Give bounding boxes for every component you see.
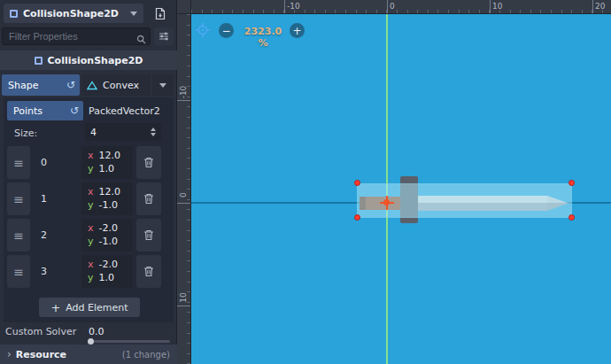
custom-solver-value[interactable]: 0.0 <box>89 326 104 337</box>
delete-element-button[interactable] <box>136 146 161 179</box>
viewport-canvas[interactable]: -1001020 -10010 − 2323.0 % + <box>177 0 611 364</box>
shape-property-label: Shape <box>8 80 38 91</box>
array-size-label: Size: <box>14 124 37 142</box>
trash-icon <box>143 229 154 241</box>
crosshair-icon <box>195 22 211 38</box>
zoom-in-button[interactable]: + <box>290 23 305 38</box>
drag-handle[interactable]: ≡ <box>7 182 30 215</box>
filter-options-button[interactable] <box>154 27 174 45</box>
trash-icon <box>143 193 154 205</box>
x-axis-label: x <box>88 149 94 162</box>
array-element-row: ≡ 2 x-2.0 y-1.0 <box>7 219 170 252</box>
chevron-down-icon <box>130 12 137 16</box>
trash-icon <box>143 157 154 168</box>
drag-icon: ≡ <box>13 156 24 170</box>
chevron-down-icon <box>159 83 166 88</box>
drag-icon: ≡ <box>13 192 24 206</box>
x-value: -2.0 <box>99 258 118 271</box>
points-property-label: Points <box>13 105 43 117</box>
category-title: CollisionShape2D <box>48 55 143 66</box>
element-index: 1 <box>41 182 47 215</box>
delete-element-button[interactable] <box>136 255 161 288</box>
points-property-label-cell: Points ↺ <box>7 101 83 120</box>
vertex-handle[interactable] <box>568 214 575 221</box>
ruler-label: 10 <box>179 287 188 308</box>
node-selector-label: CollisionShape2D <box>23 8 125 19</box>
shape-dropdown-button[interactable] <box>152 74 174 96</box>
delete-element-button[interactable] <box>136 182 161 215</box>
revert-icon[interactable]: ↺ <box>66 80 75 90</box>
resource-options-button[interactable] <box>147 4 174 23</box>
plus-icon: + <box>292 26 301 36</box>
ruler-label: -10 <box>287 2 300 11</box>
vector2-field[interactable]: x12.0 y1.0 <box>81 146 133 179</box>
ruler-corner <box>177 0 191 14</box>
x-value: -2.0 <box>99 221 118 235</box>
y-value: -1.0 <box>99 198 118 212</box>
drag-handle[interactable]: ≡ <box>7 219 30 252</box>
h-ruler[interactable]: -1001020 <box>191 0 611 14</box>
trash-icon <box>143 266 154 277</box>
add-element-label: Add Element <box>66 302 128 314</box>
vector2-field[interactable]: x-2.0 y-1.0 <box>81 219 133 252</box>
minus-icon: − <box>221 26 230 36</box>
stepper-down-icon <box>151 133 156 136</box>
category-header: CollisionShape2D <box>0 50 177 70</box>
ruler-tick <box>387 0 388 14</box>
y-axis-label: y <box>88 162 94 175</box>
zoom-out-button[interactable]: − <box>219 23 234 38</box>
array-size-value: 4 <box>90 127 97 138</box>
chevron-right-icon: › <box>7 348 12 360</box>
custom-solver-slider[interactable] <box>89 340 170 343</box>
shape-property-label-cell: Shape ↺ <box>2 74 80 96</box>
points-type-label: PackedVector2 <box>89 101 160 120</box>
y-axis-label: y <box>88 271 94 284</box>
plus-icon: + <box>50 302 60 314</box>
x-value: 12.0 <box>99 149 121 162</box>
drag-icon: ≡ <box>13 265 24 279</box>
filter-properties-input[interactable] <box>2 27 151 45</box>
add-element-button[interactable]: + Add Element <box>39 298 140 317</box>
vector2-field[interactable]: x-2.0 y1.0 <box>81 255 133 288</box>
node-pivot-marker <box>380 196 394 210</box>
ruler-label: 20 <box>595 2 605 11</box>
revert-icon[interactable]: ↺ <box>70 105 79 116</box>
inspector-panel: CollisionShape2D CollisionShape2D Shape … <box>0 0 177 364</box>
array-size-field[interactable]: 4 <box>85 123 161 141</box>
vertex-handle[interactable] <box>568 180 575 186</box>
stepper-up-icon <box>151 128 156 131</box>
y-value: 1.0 <box>99 271 115 284</box>
drag-handle[interactable]: ≡ <box>7 255 30 288</box>
ruler-label: 0 <box>390 2 395 11</box>
resource-section-header[interactable]: › Resource (1 change) <box>0 345 177 364</box>
origin-vertical-axis-line <box>386 0 388 364</box>
x-axis-label: x <box>88 221 94 235</box>
array-element-row: ≡ 3 x-2.0 y1.0 <box>7 255 170 288</box>
size-stepper[interactable] <box>151 128 156 136</box>
y-value: -1.0 <box>99 235 118 248</box>
x-value: 12.0 <box>99 185 121 198</box>
vertex-handle[interactable] <box>354 180 360 186</box>
shape-value-label: Convex <box>103 80 139 91</box>
drag-handle[interactable]: ≡ <box>7 146 30 179</box>
document-icon <box>154 7 166 20</box>
zoom-percentage-button[interactable]: 2323.0 % <box>238 26 288 49</box>
x-axis-label: x <box>88 258 94 271</box>
vertex-handle[interactable] <box>354 214 360 221</box>
x-axis-label: x <box>88 185 94 198</box>
element-index: 0 <box>41 146 47 179</box>
array-element-row: ≡ 0 x12.0 y1.0 <box>7 146 170 179</box>
ruler-label: 10 <box>492 2 502 11</box>
shape-value-dropdown[interactable]: Convex <box>81 74 151 96</box>
delete-element-button[interactable] <box>136 219 161 252</box>
node-selector-dropdown[interactable]: CollisionShape2D <box>4 4 143 23</box>
ruler-tick <box>592 0 593 14</box>
v-ruler[interactable]: -10010 <box>177 14 191 364</box>
slider-knob[interactable] <box>88 338 94 345</box>
element-index: 3 <box>41 255 47 288</box>
drag-icon: ≡ <box>13 228 24 243</box>
vector2-field[interactable]: x12.0 y-1.0 <box>81 182 133 215</box>
y-axis-label: y <box>88 198 94 212</box>
ruler-tick <box>284 0 285 14</box>
focus-selection-button[interactable] <box>195 22 211 38</box>
